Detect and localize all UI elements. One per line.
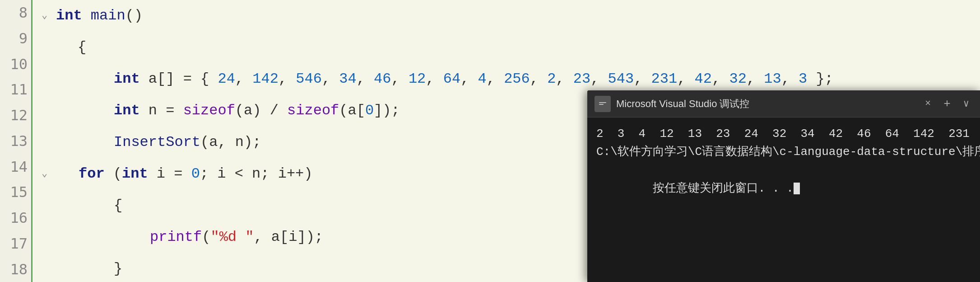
line-num-13: 13 xyxy=(10,128,28,154)
code-line-9: { xyxy=(42,32,980,63)
terminal-new-tab-button[interactable]: + xyxy=(940,95,954,113)
editor-area: 8 9 10 11 12 13 14 15 16 17 18 ⌄ int mai… xyxy=(0,0,980,282)
line-num-14: 14 xyxy=(10,154,28,179)
terminal-body: 2 3 4 12 13 23 24 32 34 42 46 64 142 231… xyxy=(587,118,980,282)
line-num-17: 17 xyxy=(10,231,28,257)
fold-arrow-13[interactable]: ⌄ xyxy=(42,165,54,182)
terminal-window: Microsoft Visual Studio 调试控 × + ∨ 2 3 4 … xyxy=(587,90,980,282)
line-num-9: 9 xyxy=(19,26,28,52)
fold-arrow-8[interactable]: ⌄ xyxy=(42,7,54,24)
terminal-prompt-text: 按任意键关闭此窗口. . . xyxy=(653,182,794,195)
line-num-12: 12 xyxy=(10,103,28,128)
line-num-16: 16 xyxy=(10,205,28,231)
terminal-close-button[interactable]: × xyxy=(921,96,934,111)
terminal-output-line2: C:\软件方向学习\C语言数据结构\c-language-data-struct… xyxy=(596,143,971,161)
svg-rect-2 xyxy=(599,104,604,105)
line-num-10: 10 xyxy=(10,51,28,77)
terminal-output-line1: 2 3 4 12 13 23 24 32 34 42 46 64 142 231… xyxy=(596,125,971,143)
line-num-8: 8 xyxy=(19,0,28,26)
svg-rect-1 xyxy=(599,102,606,103)
line-num-11: 11 xyxy=(10,77,28,103)
terminal-titlebar: Microsoft Visual Studio 调试控 × + ∨ xyxy=(587,90,980,118)
line-gutter: 8 9 10 11 12 13 14 15 16 17 18 xyxy=(0,0,33,282)
terminal-app-icon xyxy=(595,96,611,112)
kw-int-main: int xyxy=(56,4,82,28)
terminal-cursor xyxy=(794,183,800,194)
line-num-18: 18 xyxy=(10,256,28,282)
terminal-output-line3: 按任意键关闭此窗口. . . xyxy=(596,161,971,216)
code-line-8: ⌄ int main () xyxy=(42,0,980,32)
line-num-15: 15 xyxy=(10,179,28,205)
terminal-title: Microsoft Visual Studio 调试控 xyxy=(616,97,916,111)
terminal-chevron-button[interactable]: ∨ xyxy=(960,96,973,112)
